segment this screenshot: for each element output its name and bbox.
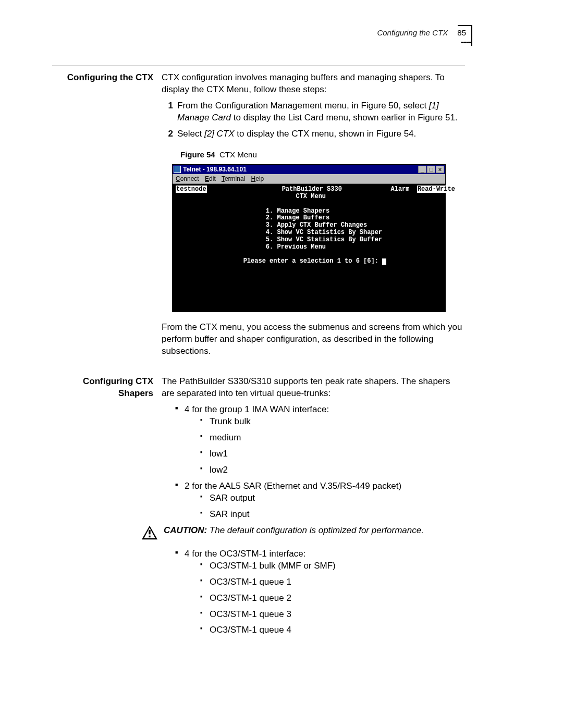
term-cursor [382, 258, 386, 265]
term-item-2: 2. Manage Buffers [266, 214, 329, 221]
sub-low1: low1 [200, 448, 465, 460]
telnet-menubar: Connect Edit Terminal Help [173, 174, 445, 184]
telnet-app-icon [174, 166, 181, 173]
sub-oc3-q2: OC3/STM-1 queue 2 [200, 593, 465, 604]
telnet-titlebar[interactable]: Telnet - 198.93.64.101 _ □ × [173, 165, 445, 174]
sub-trunk-bulk: Trunk bulk [200, 416, 465, 428]
bullet-ima: 4 for the group 1 IMA WAN interface: Tru… [175, 404, 465, 476]
figure-label: Figure 54 [180, 150, 215, 159]
sub-sar-output: SAR output [200, 492, 465, 504]
sub-sar-input: SAR input [200, 509, 465, 521]
bullet-ima-text: 4 for the group 1 IMA WAN interface: [185, 404, 329, 414]
menu-connect[interactable]: Connect [176, 175, 199, 182]
section-heading-shapers: Configuring CTX Shapers [52, 376, 162, 640]
term-prompt: Please enter a selection 1 to 6 [6]: [243, 257, 382, 265]
caution-block: CAUTION: The default configuration is op… [141, 525, 465, 544]
sub-oc3-bulk: OC3/STM-1 bulk (MMF or SMF) [200, 560, 465, 572]
caution-body: The default configuration is optimized f… [207, 525, 424, 535]
intro-text: CTX configuration involves managing buff… [162, 72, 465, 96]
bullet-oc3: 4 for the OC3/STM-1 interface: OC3/STM-1… [175, 548, 465, 637]
step-2-text-b: to display the CTX menu, shown in Figure… [235, 129, 417, 139]
sub-oc3-q4: OC3/STM-1 queue 4 [200, 624, 465, 636]
step-2: 2 Select [2] CTX to display the CTX menu… [175, 128, 465, 140]
close-button[interactable]: × [436, 166, 444, 173]
step-1: 1 From the Configuration Management menu… [175, 100, 465, 124]
svg-rect-2 [149, 530, 150, 534]
sub-oc3-q1: OC3/STM-1 queue 1 [200, 576, 465, 588]
after-figure-text: From the CTX menu, you access the submen… [162, 322, 465, 357]
bullet-sar-text: 2 for the AAL5 SAR (Ethernet and V.35/RS… [185, 481, 401, 491]
term-item-6: 6. Previous Menu [266, 243, 326, 251]
menu-terminal[interactable]: Terminal [222, 175, 245, 182]
step-1-text-b: to display the List Card menu, shown ear… [231, 113, 458, 122]
term-item-1: 1. Manage Shapers [266, 207, 329, 215]
telnet-terminal[interactable]: testnode PathBuilder S330 Alarm Read-Wri… [173, 184, 445, 312]
corner-dots: •••••••• [461, 40, 471, 45]
telnet-window: Telnet - 198.93.64.101 _ □ × Connect Edi… [172, 164, 446, 312]
term-item-3: 3. Apply CTX Buffer Changes [266, 221, 367, 229]
term-node: testnode [176, 186, 207, 193]
menu-help[interactable]: Help [251, 175, 264, 182]
divider [52, 66, 465, 66]
sub-low2: low2 [200, 464, 465, 476]
page-number: 85 [457, 28, 466, 37]
term-menu-title: CTX Menu [296, 193, 326, 200]
term-item-4: 4. Show VC Statistics By Shaper [266, 229, 382, 236]
caution-icon [141, 525, 158, 544]
figure-title: CTX Menu [219, 150, 257, 159]
bullet-sar: 2 for the AAL5 SAR (Ethernet and V.35/RS… [175, 480, 465, 521]
step-1-text-a: From the Configuration Management menu, … [177, 101, 429, 110]
step-2-em: [2] CTX [204, 129, 235, 139]
telnet-title: Telnet - 198.93.64.101 [183, 165, 247, 174]
step-2-number: 2 [162, 128, 173, 140]
section-heading-ctx: Configuring the CTX [52, 72, 162, 361]
step-2-text-a: Select [177, 129, 204, 139]
page-header: Configuring the CTX 85 [377, 28, 466, 37]
header-title: Configuring the CTX [377, 28, 448, 37]
bullet-oc3-text: 4 for the OC3/STM-1 interface: [185, 549, 305, 559]
caution-text: CAUTION: The default configuration is op… [164, 525, 424, 537]
sub-oc3-q3: OC3/STM-1 queue 3 [200, 609, 465, 621]
term-rw: Read-Write [417, 186, 456, 193]
minimize-button[interactable]: _ [418, 166, 426, 173]
shapers-intro: The PathBuilder S330/S310 supports ten p… [162, 376, 465, 400]
sub-medium: medium [200, 432, 465, 444]
term-item-5: 5. Show VC Statistics By Buffer [266, 236, 382, 243]
menu-edit[interactable]: Edit [205, 175, 216, 182]
term-device: PathBuilder S330 [282, 186, 342, 193]
figure-caption: Figure 54 CTX Menu [180, 150, 465, 160]
maximize-button[interactable]: □ [427, 166, 435, 173]
svg-rect-3 [149, 536, 150, 537]
step-1-number: 1 [162, 100, 173, 112]
caution-label: CAUTION: [164, 525, 207, 535]
term-alarm: Alarm [390, 186, 409, 193]
